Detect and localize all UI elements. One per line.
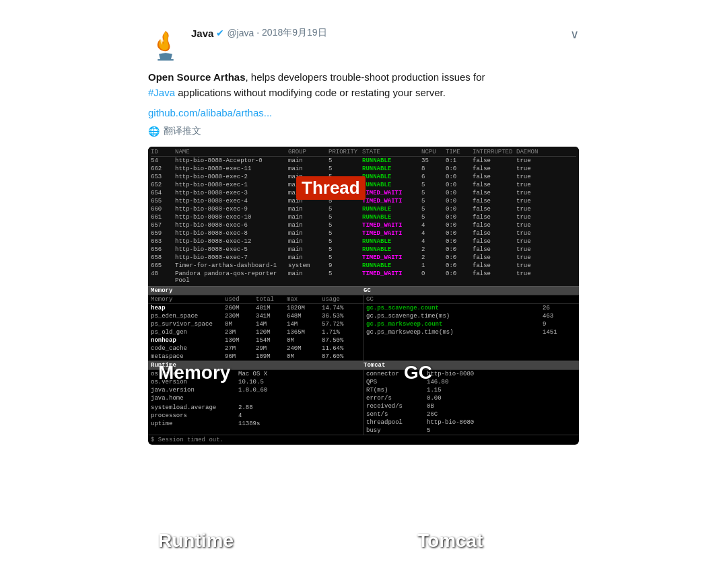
- terminal-container: ID NAME GROUP PRIORITY STATE NCPU TIME I…: [148, 147, 579, 445]
- table-row: connector http-bio-8080: [364, 370, 579, 378]
- runtime-section: os.name Mac OS X os.version 10.10.5 java…: [148, 370, 364, 435]
- user-info: Java ✔ @java · 2018年9月19日: [191, 27, 570, 39]
- table-row: systemload.average 2.88: [148, 404, 363, 412]
- table-row: 658 http-bio-8080-exec-7 main 5 TIMED_WA…: [151, 254, 576, 262]
- svg-rect-1: [158, 59, 174, 61]
- tweet-hashtag[interactable]: #Java: [148, 87, 175, 98]
- table-row: gc.ps_scavenge.time(ms) 463: [364, 312, 579, 320]
- globe-icon: 🌐: [148, 126, 160, 137]
- user-handle: @java: [227, 28, 254, 38]
- table-row: os.version 10.10.5: [148, 378, 363, 386]
- tweet-header: Java ✔ @java · 2018年9月19日 ∨: [148, 27, 579, 62]
- tweet-text: Open Source Arthas, helps developers tro…: [148, 70, 579, 100]
- thread-header: ID NAME GROUP PRIORITY STATE NCPU TIME I…: [151, 148, 576, 157]
- thread-rows: 54 http-bio-8080-Acceptor-0 main 5 RUNNA…: [151, 157, 576, 285]
- gc-header: GC: [364, 295, 579, 304]
- table-row: 652 http-bio-8080-exec-1 main 5 RUNNABLE…: [151, 181, 576, 189]
- table-row: error/s 0.00: [364, 394, 579, 402]
- table-row: [364, 339, 579, 340]
- table-row: ps_eden_space 230M 341M 648M 36.53%: [148, 312, 363, 320]
- table-row: 48 Pandora pandora-qos-reporter Pool mai…: [151, 270, 576, 285]
- memory-section: Memory used total max usage heap 260M 48…: [148, 295, 364, 361]
- table-row: 657 http-bio-8080-exec-6 main 5 TIMED_WA…: [151, 221, 576, 229]
- terminal-wrapper: ID NAME GROUP PRIORITY STATE NCPU TIME I…: [148, 147, 579, 445]
- table-row: java.version 1.8.0_60: [148, 386, 363, 394]
- tweet-normal: , helps developers trouble-shoot product…: [245, 71, 485, 83]
- table-row: code_cache 27M 29M 240M 11.64%: [148, 344, 363, 353]
- table-row: gc.ps_marksweep.count 9: [364, 320, 579, 328]
- table-row: 54 http-bio-8080-Acceptor-0 main 5 RUNNA…: [151, 157, 576, 165]
- gc-section: GC gc.ps_scavenge.count 26 gc.ps_scaveng…: [364, 295, 579, 361]
- table-row: 662 http-bio-8080-exec-11 main 5 RUNNABL…: [151, 165, 576, 173]
- mem-rows: heap 260M 481M 1820M 14.74% ps_eden_spac…: [148, 304, 363, 361]
- mem-gc-section: Memory used total max usage heap 260M 48…: [148, 295, 579, 361]
- tweet-link[interactable]: github.com/alibaba/arthas...: [148, 107, 579, 118]
- table-row: os.name Mac OS X: [148, 370, 363, 378]
- tomcat-overlay-label: Tomcat: [417, 530, 483, 552]
- table-row: QPS 146.80: [364, 378, 579, 386]
- runtime-overlay-label: Runtime: [158, 530, 234, 552]
- avatar: [148, 27, 183, 62]
- table-row: 663 http-bio-8080-exec-12 main 5 RUNNABL…: [151, 237, 576, 246]
- table-row: metaspace 96M 109M 0M 87.60%: [148, 353, 363, 361]
- table-row: threadpool http-bio-8080: [364, 418, 579, 427]
- table-row: sent/s 26C: [364, 410, 579, 418]
- tomcat-section: connector http-bio-8080 QPS 146.80 RT(ms…: [364, 370, 579, 435]
- tweet-date: · 2018年9月19日: [256, 27, 326, 39]
- table-row: busy 5: [364, 427, 579, 435]
- table-row: 665 Timer-for-arthas-dashboard-1 system …: [151, 262, 576, 270]
- rt-tc-divider: Runtime Tomcat: [148, 361, 579, 369]
- table-row: received/s 0B: [364, 402, 579, 410]
- session-line: $ Session timed out.: [148, 435, 579, 445]
- table-row: ps_old_gen 23M 120M 1365M 1.71%: [148, 328, 363, 336]
- tomcat-rows: connector http-bio-8080 QPS 146.80 RT(ms…: [364, 370, 579, 435]
- runtime-tomcat-section: os.name Mac OS X os.version 10.10.5 java…: [148, 369, 579, 435]
- table-row: gc.ps_marksweep.time(ms) 1451: [364, 328, 579, 336]
- mem-gc-divider: Memory GC: [148, 286, 579, 295]
- chevron-down-icon[interactable]: ∨: [570, 27, 579, 42]
- translate-text[interactable]: 翻译推文: [164, 125, 201, 137]
- table-row: heap 260M 481M 1820M 14.74%: [148, 304, 363, 312]
- memory-header: Memory used total max usage: [148, 295, 363, 304]
- table-row: uptime 11389s: [148, 420, 363, 428]
- table-row: 653 http-bio-8080-exec-2 main 5 RUNNABLE…: [151, 173, 576, 181]
- table-row: 656 http-bio-8080-exec-5 main 5 RUNNABLE…: [151, 246, 576, 254]
- tweet-rest: applications without modifying code or r…: [175, 87, 446, 98]
- table-row: 655 http-bio-8080-exec-4 main 5 TIMED_WA…: [151, 197, 576, 205]
- table-row: RT(ms) 1.15: [364, 386, 579, 394]
- table-row: 661 http-bio-8080-exec-10 main 5 RUNNABL…: [151, 213, 576, 221]
- gc-rows: gc.ps_scavenge.count 26 gc.ps_scavenge.t…: [364, 304, 579, 340]
- table-row: processors 4: [148, 412, 363, 420]
- runtime-rows: os.name Mac OS X os.version 10.10.5 java…: [148, 370, 363, 428]
- tweet-container: Java ✔ @java · 2018年9月19日 ∨ Open Source …: [135, 13, 592, 575]
- table-row: nonheap 130M 154M 0M 87.50%: [148, 336, 363, 344]
- table-row: 660 http-bio-8080-exec-9 main 5 RUNNABLE…: [151, 205, 576, 213]
- verified-icon: ✔: [216, 28, 224, 38]
- user-name-row: Java ✔ @java · 2018年9月19日: [191, 27, 570, 39]
- table-row: 659 http-bio-8080-exec-8 main 5 TIMED_WA…: [151, 229, 576, 237]
- table-row: java.home: [148, 394, 363, 402]
- table-row: gc.ps_scavenge.count 26: [364, 304, 579, 312]
- tweet-bold: Open Source Arthas: [148, 71, 245, 83]
- table-row: 654 http-bio-8080-exec-3 main 5 TIMED_WA…: [151, 189, 576, 197]
- user-name: Java: [191, 28, 213, 39]
- translate-row: 🌐 翻译推文: [148, 125, 579, 137]
- table-row: ps_survivor_space 8M 14M 14M 57.72%: [148, 320, 363, 328]
